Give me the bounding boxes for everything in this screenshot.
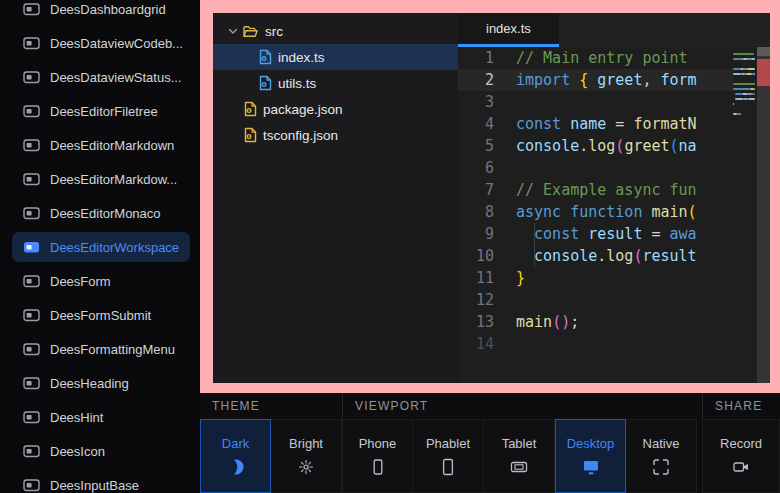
component-icon	[23, 1, 40, 17]
bright-button[interactable]: Bright	[271, 419, 342, 493]
component-icon	[23, 69, 40, 85]
folder-open-icon	[242, 24, 259, 39]
line-text: console.log(greet(na	[516, 135, 770, 157]
line-number: 6	[458, 157, 516, 179]
sidebar-item-deeseditorworkspace[interactable]: DeesEditorWorkspace	[12, 232, 190, 262]
toolbar-button-group: PhonePhabletTabletDesktopNative	[342, 419, 697, 493]
line-number: 7	[458, 179, 516, 201]
editor-scrollbar-track[interactable]	[757, 47, 770, 383]
json-file-icon	[243, 127, 257, 143]
native-button[interactable]: Native	[626, 419, 697, 493]
scrollbar-marker	[757, 59, 770, 86]
component-sidebar: DeesDashboardgridDeesDataviewCodeb...Dee…	[0, 0, 200, 493]
tree-item-label: index.ts	[278, 50, 325, 65]
toolbar-button-label: Phablet	[426, 436, 470, 451]
phablet-icon	[439, 458, 457, 476]
code-line-13: 13main();	[458, 311, 770, 333]
sidebar-item-deesdataviewcodeb[interactable]: DeesDataviewCodeb...	[12, 28, 190, 58]
component-icon	[23, 205, 40, 221]
component-icon	[23, 137, 40, 153]
line-number: 4	[458, 113, 516, 135]
toolbar-button-label: Tablet	[502, 436, 537, 451]
native-icon	[652, 458, 670, 476]
sidebar-item-deeseditorfiletree[interactable]: DeesEditorFiletree	[12, 96, 190, 126]
code-lines: 1// Main entry point2import { greet, for…	[458, 47, 770, 355]
component-icon	[23, 239, 40, 255]
line-text	[516, 289, 770, 311]
sidebar-item-label: DeesInputBase	[50, 478, 139, 493]
sidebar-item-deesformattingmenu[interactable]: DeesFormattingMenu	[12, 334, 190, 364]
tablet-icon	[510, 458, 528, 476]
component-icon	[23, 273, 40, 289]
editor-workspace-demo: srcindex.tsutils.tspackage.jsontsconfig.…	[213, 13, 770, 383]
desktop-button[interactable]: Desktop	[555, 419, 626, 493]
tree-item-label: src	[265, 24, 283, 39]
toolbar-button-group: DarkBright	[200, 419, 342, 493]
line-number: 8	[458, 201, 516, 223]
line-text	[516, 91, 770, 113]
tree-item-utils-ts[interactable]: utils.ts	[213, 70, 458, 96]
sidebar-item-deeseditormarkdow[interactable]: DeesEditorMarkdow...	[12, 164, 190, 194]
component-icon	[23, 375, 40, 391]
toolbar-button-label: Bright	[289, 436, 323, 451]
sidebar-item-deesform[interactable]: DeesForm	[12, 266, 190, 296]
component-icon	[23, 171, 40, 187]
line-number: 3	[458, 91, 516, 113]
record-button[interactable]: Record	[702, 419, 780, 493]
code-line-12: 12	[458, 289, 770, 311]
editor-tab-indexts[interactable]: index.ts	[458, 13, 559, 47]
line-number: 1	[458, 47, 516, 69]
sidebar-item-deesdashboardgrid[interactable]: DeesDashboardgrid	[12, 0, 190, 24]
phone-button[interactable]: Phone	[342, 419, 413, 493]
component-icon	[23, 35, 40, 51]
code-line-11: 11}	[458, 267, 770, 289]
sidebar-item-label: DeesEditorMonaco	[50, 206, 161, 221]
line-text: const name = formatN	[516, 113, 770, 135]
chevron-down-icon	[227, 25, 239, 37]
tree-item-tsconfig-json[interactable]: tsconfig.json	[213, 122, 458, 148]
tree-item-index-ts[interactable]: index.ts	[213, 44, 458, 70]
component-icon	[23, 307, 40, 323]
editor-scrollbar-thumb[interactable]	[757, 47, 770, 56]
code-line-1: 1// Main entry point	[458, 47, 770, 69]
minimap[interactable]	[733, 47, 757, 383]
sun-icon	[297, 458, 315, 476]
indent-guide	[534, 223, 535, 245]
tablet-button[interactable]: Tablet	[484, 419, 555, 493]
sidebar-item-label: DeesForm	[50, 274, 111, 289]
sidebar-item-label: DeesDataviewCodeb...	[50, 36, 183, 51]
sidebar-item-deesinputbase[interactable]: DeesInputBase	[12, 470, 190, 493]
line-text: async function main(	[516, 201, 770, 223]
line-text: // Main entry point	[516, 47, 770, 69]
sidebar-item-deeseditormarkdown[interactable]: DeesEditorMarkdown	[12, 130, 190, 160]
ts-file-icon	[258, 75, 272, 91]
sidebar-item-deeshint[interactable]: DeesHint	[12, 402, 190, 432]
record-icon	[732, 458, 750, 476]
sidebar-item-label: DeesIcon	[50, 444, 105, 459]
toolbar-section-theme: THEMEDarkBright	[200, 393, 342, 493]
sidebar-item-label: DeesFormattingMenu	[50, 342, 175, 357]
ts-file-icon	[258, 49, 272, 65]
code-line-2: 2import { greet, form	[458, 69, 770, 91]
sidebar-item-label: DeesEditorMarkdown	[50, 138, 174, 153]
sidebar-item-deeseditormonaco[interactable]: DeesEditorMonaco	[12, 198, 190, 228]
tree-item-src[interactable]: src	[213, 18, 458, 44]
toolbar-section-viewport: VIEWPORTPhonePhabletTabletDesktopNative	[342, 393, 697, 493]
sidebar-item-label: DeesHeading	[50, 376, 129, 391]
sidebar-item-deesformsubmit[interactable]: DeesFormSubmit	[12, 300, 190, 330]
phablet-button[interactable]: Phablet	[413, 419, 484, 493]
sidebar-item-label: DeesEditorMarkdow...	[50, 172, 177, 187]
tree-item-package-json[interactable]: package.json	[213, 96, 458, 122]
code-line-7: 7// Example async fun	[458, 179, 770, 201]
sidebar-item-deesdataviewstatus[interactable]: DeesDataviewStatus...	[12, 62, 190, 92]
sidebar-item-deesicon[interactable]: DeesIcon	[12, 436, 190, 466]
dark-button[interactable]: Dark	[200, 419, 271, 493]
line-number: 5	[458, 135, 516, 157]
code-editor-content[interactable]: 1// Main entry point2import { greet, for…	[458, 47, 770, 383]
toolbar-button-label: Phone	[359, 436, 397, 451]
toolbar-button-label: Native	[643, 436, 680, 451]
sidebar-item-deesheading[interactable]: DeesHeading	[12, 368, 190, 398]
line-text: main();	[516, 311, 770, 333]
line-number: 10	[458, 245, 516, 267]
code-line-4: 4const name = formatN	[458, 113, 770, 135]
